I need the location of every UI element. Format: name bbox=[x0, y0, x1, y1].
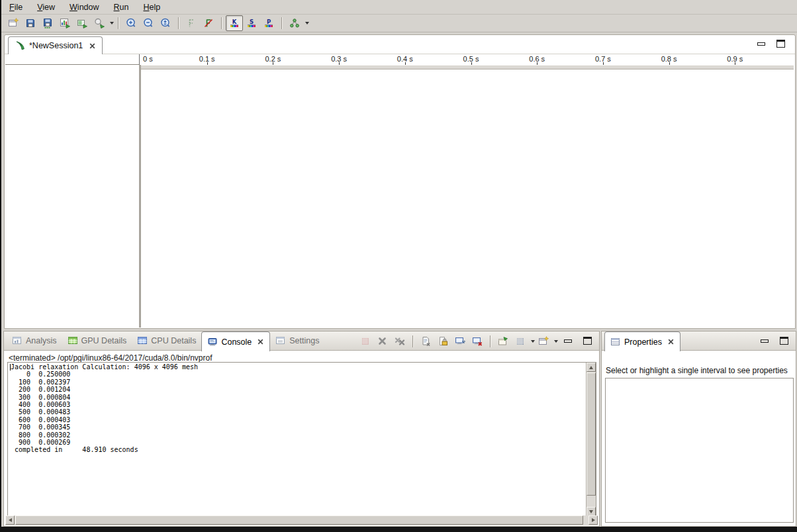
clear-console-button[interactable] bbox=[417, 333, 434, 349]
new-session-button[interactable] bbox=[5, 15, 22, 31]
vertical-scroll-thumb[interactable] bbox=[586, 373, 596, 496]
toolbar-separator bbox=[281, 17, 282, 29]
dropdown-caret-icon[interactable] bbox=[305, 22, 309, 24]
zoom-fit-button[interactable] bbox=[157, 15, 174, 31]
new-console-view-button[interactable] bbox=[535, 333, 552, 349]
clear-console-icon bbox=[420, 336, 431, 347]
open-console-button[interactable] bbox=[494, 333, 512, 349]
zoom-in-button[interactable] bbox=[122, 15, 140, 31]
toolbar-separator bbox=[178, 17, 179, 29]
new-view-icon bbox=[538, 336, 549, 347]
save-button[interactable] bbox=[22, 15, 39, 31]
tab-close-icon[interactable] bbox=[257, 338, 264, 345]
flag-f-slash-icon bbox=[203, 18, 214, 28]
kernel-coloring-button[interactable]: K bbox=[226, 15, 243, 31]
console-line: 0 0.250000 bbox=[11, 371, 585, 378]
properties-tab-close-icon[interactable] bbox=[667, 338, 675, 345]
console-line: 700 0.000345 bbox=[11, 423, 585, 431]
properties-maximize-button[interactable] bbox=[778, 337, 789, 346]
tab-cpu-details[interactable]: CPU Details bbox=[132, 332, 201, 350]
menu-run[interactable]: Run bbox=[114, 3, 129, 12]
properties-view: Properties Select or highlight a single … bbox=[601, 331, 796, 527]
console-vertical-scrollbar[interactable] bbox=[586, 363, 596, 516]
window-run-icon bbox=[77, 18, 87, 28]
horizontal-scroll-thumb[interactable] bbox=[15, 515, 583, 525]
timeline-row-labels-panel bbox=[5, 65, 139, 328]
remove-all-launches-button[interactable] bbox=[391, 333, 408, 349]
zoom-out-button[interactable] bbox=[140, 15, 157, 31]
tab-properties[interactable]: Properties bbox=[604, 332, 680, 351]
menu-help[interactable]: Help bbox=[143, 3, 160, 12]
console-line: 600 0.000403 bbox=[11, 416, 585, 423]
minimize-button[interactable] bbox=[756, 40, 767, 49]
console-line: 300 0.000804 bbox=[11, 394, 585, 401]
flag-f-icon bbox=[186, 18, 197, 28]
svg-text:P: P bbox=[267, 19, 271, 25]
remove-launch-button[interactable] bbox=[374, 333, 391, 349]
scroll-up-button[interactable] bbox=[586, 363, 596, 372]
timeline-canvas[interactable] bbox=[141, 69, 794, 328]
menu-window[interactable]: Window bbox=[70, 3, 99, 12]
console-maximize-button[interactable] bbox=[582, 337, 592, 346]
console-line: 800 0.000302 bbox=[11, 431, 585, 439]
nvvp-window: { "menu_bar": { "items": ["File", "View"… bbox=[0, 0, 797, 532]
console-toolbar bbox=[357, 333, 558, 349]
zoom-out-icon bbox=[143, 18, 154, 28]
console-horizontal-scrollbar[interactable] bbox=[5, 515, 598, 525]
process-coloring-button[interactable]: P bbox=[260, 15, 277, 31]
tab-label: Analysis bbox=[26, 336, 57, 345]
console-view: AnalysisGPU DetailsCPU DetailsConsoleSet… bbox=[3, 331, 600, 527]
scroll-left-button[interactable] bbox=[5, 515, 15, 525]
generate-timeline-button[interactable] bbox=[73, 15, 91, 31]
scroll-down-button[interactable] bbox=[586, 507, 596, 516]
cpu-details-icon bbox=[137, 335, 148, 346]
pin-console-button[interactable] bbox=[451, 333, 469, 349]
profile-application-button[interactable] bbox=[56, 15, 73, 31]
session-tab[interactable]: *NewSession1 bbox=[8, 36, 103, 54]
terminate-icon bbox=[360, 336, 371, 347]
properties-icon bbox=[610, 337, 621, 347]
mark-region-button[interactable] bbox=[183, 15, 200, 31]
ruler-label: 0 s bbox=[143, 55, 153, 63]
console-status-line: <terminated> /opt/pgi/linux86-64/2017/cu… bbox=[9, 353, 212, 363]
tab-console[interactable]: Console bbox=[201, 332, 270, 351]
maximize-button[interactable] bbox=[775, 40, 786, 49]
console-text-area[interactable]: Jacobi relaxation Calculation: 4096 x 40… bbox=[7, 362, 596, 517]
open-console-icon bbox=[498, 336, 508, 347]
analysis-tree-button[interactable] bbox=[286, 15, 303, 31]
tab-gpu-details[interactable]: GPU Details bbox=[62, 332, 132, 350]
letter-p-icon: P bbox=[263, 18, 274, 28]
console-line: 500 0.000483 bbox=[11, 408, 585, 416]
profile-chart-icon bbox=[60, 18, 70, 28]
tab-analysis[interactable]: Analysis bbox=[7, 332, 62, 350]
clear-marks-button[interactable] bbox=[200, 15, 217, 31]
dropdown-caret-icon[interactable] bbox=[110, 22, 114, 24]
menu-file[interactable]: File bbox=[9, 3, 23, 12]
menu-view[interactable]: View bbox=[37, 3, 55, 12]
display-console-button[interactable] bbox=[512, 333, 529, 349]
zoom-fit-icon bbox=[160, 18, 171, 28]
console-line: completed in 48.910 seconds bbox=[11, 446, 585, 453]
console-minimize-button[interactable] bbox=[563, 337, 573, 346]
properties-window-buttons bbox=[759, 337, 789, 346]
console-line: 900 0.000269 bbox=[11, 439, 585, 446]
examine-values-button[interactable] bbox=[91, 15, 108, 31]
nvvp-session-icon bbox=[15, 40, 25, 51]
timeline-header-strip bbox=[141, 65, 794, 69]
toolbar-separator bbox=[490, 335, 491, 347]
remove-x-icon bbox=[377, 336, 388, 347]
stream-coloring-button[interactable]: S bbox=[243, 15, 260, 31]
display-selected-console-button[interactable] bbox=[469, 333, 486, 349]
dropdown-caret-icon[interactable] bbox=[554, 340, 558, 343]
session-tab-close-icon[interactable] bbox=[89, 42, 96, 50]
scroll-right-button[interactable] bbox=[588, 515, 598, 525]
timeline-ruler[interactable]: 0 s0.1 s0.2 s0.3 s0.4 s0.5 s0.6 s0.7 s0.… bbox=[5, 54, 794, 65]
tab-label: CPU Details bbox=[151, 336, 196, 345]
save-all-button[interactable] bbox=[39, 15, 56, 31]
terminate-button[interactable] bbox=[357, 333, 374, 349]
toolbar-separator bbox=[118, 17, 118, 29]
tab-settings[interactable]: Settings bbox=[270, 332, 324, 350]
scroll-lock-button[interactable] bbox=[434, 333, 451, 349]
properties-minimize-button[interactable] bbox=[759, 337, 770, 346]
console-output[interactable]: Jacobi relaxation Calculation: 4096 x 40… bbox=[11, 363, 585, 515]
